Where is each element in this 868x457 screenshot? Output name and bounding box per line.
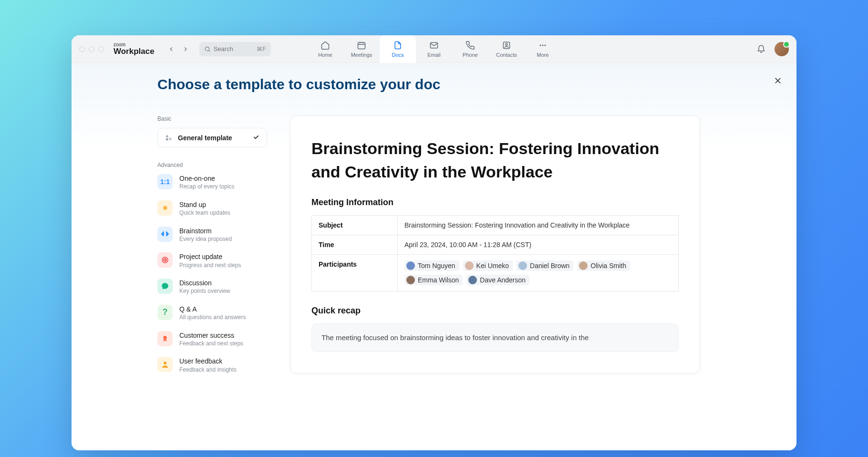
content-area: Choose a template to customize your doc … bbox=[72, 63, 796, 450]
window-close-dot[interactable] bbox=[79, 46, 85, 52]
doc-preview: Brainstorming Session: Fostering Innovat… bbox=[290, 115, 700, 374]
search-shortcut: ⌘F bbox=[257, 46, 266, 52]
nav-tabs: Home Meetings Docs Email Phone Contacts bbox=[307, 35, 561, 63]
participant-chip[interactable]: Tom Nguyen bbox=[404, 260, 459, 271]
check-icon bbox=[252, 133, 260, 142]
svg-point-10 bbox=[542, 44, 544, 46]
titlebar: zoom Workplace ⌘F Home Meetings bbox=[72, 35, 796, 63]
one-on-one-icon: 1:1 bbox=[157, 174, 173, 189]
template-list: 1:1 One-on-one Recap of every topics ☀ S… bbox=[157, 174, 267, 374]
tab-phone[interactable]: Phone bbox=[452, 35, 488, 63]
recap-heading: Quick recap bbox=[311, 306, 679, 316]
template-general-label: General template bbox=[178, 134, 232, 142]
participant-chip[interactable]: Olivia Smith bbox=[577, 260, 630, 271]
section-advanced-label: Advanced bbox=[157, 162, 267, 168]
template-one-on-one[interactable]: 1:1 One-on-one Recap of every topics bbox=[157, 174, 267, 191]
tab-meetings[interactable]: Meetings bbox=[343, 35, 380, 63]
participant-chip[interactable]: Kei Umeko bbox=[463, 260, 513, 271]
sun-icon: ☀ bbox=[157, 200, 173, 216]
svg-point-8 bbox=[506, 43, 507, 45]
subject-label: Subject bbox=[312, 215, 398, 235]
subject-value: Brainstorming Session: Fostering Innovat… bbox=[398, 215, 679, 235]
question-icon: ? bbox=[157, 305, 173, 320]
row-subject: Subject Brainstorming Session: Fostering… bbox=[312, 215, 679, 235]
layout: Basic General template Advanced 1:1 One-… bbox=[157, 115, 739, 374]
row-time: Time April 23, 2024, 10:00 AM - 11:28 AM… bbox=[312, 235, 679, 254]
history-nav bbox=[165, 43, 192, 55]
template-general[interactable]: General template bbox=[157, 128, 267, 147]
search-icon bbox=[204, 46, 211, 52]
shapes-icon bbox=[165, 134, 173, 142]
nav-forward-button[interactable] bbox=[179, 43, 192, 55]
participant-chip[interactable]: Dave Anderson bbox=[466, 275, 529, 285]
close-button[interactable] bbox=[771, 73, 785, 90]
search-input[interactable] bbox=[214, 45, 254, 52]
chat-icon bbox=[157, 279, 173, 294]
tab-more[interactable]: More bbox=[525, 35, 561, 63]
section-basic-label: Basic bbox=[157, 115, 267, 122]
participants-label: Participants bbox=[312, 254, 398, 291]
tab-docs[interactable]: Docs bbox=[380, 35, 416, 63]
page-title: Choose a template to customize your doc bbox=[157, 76, 739, 93]
svg-point-9 bbox=[540, 44, 541, 46]
award-icon bbox=[157, 331, 173, 346]
tab-contacts[interactable]: Contacts bbox=[488, 35, 525, 63]
row-participants: Participants Tom Nguyen Kei Umeko Daniel… bbox=[312, 254, 679, 291]
svg-line-1 bbox=[208, 50, 210, 52]
template-qa[interactable]: ? Q & A All questions and answers bbox=[157, 305, 267, 322]
meeting-info-table: Subject Brainstorming Session: Fostering… bbox=[311, 215, 679, 291]
user-avatar[interactable] bbox=[775, 42, 789, 56]
search-box[interactable]: ⌘F bbox=[199, 42, 271, 56]
person-icon bbox=[157, 357, 173, 372]
meeting-info-heading: Meeting Information bbox=[311, 197, 679, 208]
titlebar-right bbox=[756, 42, 789, 56]
svg-marker-14 bbox=[165, 135, 168, 137]
svg-point-20 bbox=[163, 336, 167, 340]
svg-point-16 bbox=[169, 137, 172, 140]
svg-point-19 bbox=[165, 260, 165, 261]
template-standup[interactable]: ☀ Stand up Quick team updates bbox=[157, 200, 267, 217]
tab-email[interactable]: Email bbox=[416, 35, 452, 63]
brand-line2: Workplace bbox=[114, 47, 155, 55]
participants-list: Tom Nguyen Kei Umeko Daniel Brown Olivia… bbox=[404, 260, 672, 285]
tab-home[interactable]: Home bbox=[307, 35, 343, 63]
svg-rect-15 bbox=[166, 138, 168, 140]
doc-title: Brainstorming Session: Fostering Innovat… bbox=[311, 137, 679, 184]
window-maximize-dot[interactable] bbox=[98, 46, 104, 52]
template-project-update[interactable]: Project update Progress and next steps bbox=[157, 252, 267, 269]
svg-point-0 bbox=[205, 47, 209, 51]
nav-back-button[interactable] bbox=[165, 43, 177, 55]
time-value: April 23, 2024, 10:00 AM - 11:28 AM (CST… bbox=[398, 235, 679, 254]
app-window: zoom Workplace ⌘F Home Meetings bbox=[72, 35, 796, 450]
notifications-button[interactable] bbox=[756, 43, 766, 55]
brain-icon bbox=[157, 227, 173, 242]
svg-point-21 bbox=[164, 362, 166, 364]
window-minimize-dot[interactable] bbox=[89, 46, 94, 52]
brand-logo: zoom Workplace bbox=[114, 42, 155, 55]
svg-point-11 bbox=[545, 44, 546, 46]
participant-chip[interactable]: Emma Wilson bbox=[404, 275, 463, 285]
template-user-feedback[interactable]: User feedback Feedback and insights bbox=[157, 357, 267, 374]
svg-rect-2 bbox=[358, 42, 365, 49]
traffic-lights bbox=[79, 46, 104, 52]
time-label: Time bbox=[312, 235, 398, 254]
template-brainstorm[interactable]: Brainstorm Every idea proposed bbox=[157, 227, 267, 243]
recap-text: The meeting focused on brainstorming ide… bbox=[311, 323, 679, 353]
target-icon bbox=[157, 252, 173, 268]
template-customer-success[interactable]: Customer success Feedback and next steps bbox=[157, 331, 267, 348]
template-sidebar: Basic General template Advanced 1:1 One-… bbox=[157, 115, 267, 374]
participant-chip[interactable]: Daniel Brown bbox=[517, 260, 573, 271]
template-discussion[interactable]: Discussion Key points overview bbox=[157, 279, 267, 295]
